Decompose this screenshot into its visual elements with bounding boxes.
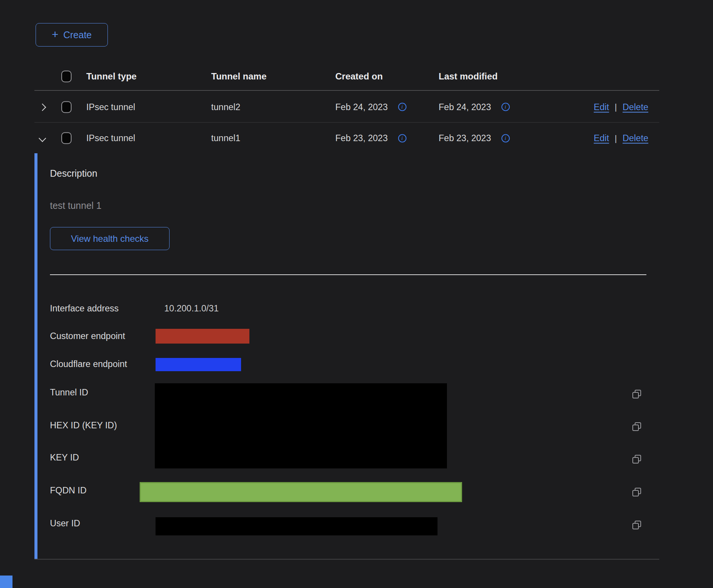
- action-separator: |: [615, 102, 617, 112]
- table-row: IPsec tunnel tunnel1 Feb 23, 2023 i Feb …: [34, 123, 659, 153]
- fqdn-id-redacted-value: [140, 482, 462, 502]
- copy-icon: [631, 454, 643, 465]
- row-checkbox[interactable]: [61, 101, 72, 113]
- row-actions: Edit | Delete: [594, 102, 648, 112]
- edit-link[interactable]: Edit: [594, 133, 609, 143]
- user-id-redacted-value: [156, 517, 437, 535]
- info-icon[interactable]: i: [398, 103, 406, 111]
- collapse-row-button[interactable]: [40, 133, 45, 143]
- create-button[interactable]: + Create: [36, 23, 108, 47]
- last-modified-cell: Feb 24, 2023 i: [439, 102, 510, 112]
- cloudflare-endpoint-label: Cloudflare endpoint: [50, 359, 127, 369]
- tunnel-id-label: Tunnel ID: [50, 387, 88, 398]
- last-modified-value: Feb 23, 2023: [439, 133, 491, 143]
- last-modified-cell: Feb 23, 2023 i: [439, 133, 510, 143]
- bottom-left-blue-square: [0, 576, 12, 588]
- table-row: IPsec tunnel tunnel2 Feb 24, 2023 i Feb …: [34, 92, 659, 123]
- created-on-value: Feb 24, 2023: [335, 102, 388, 112]
- chevron-right-icon: [39, 103, 46, 111]
- action-separator: |: [615, 133, 617, 143]
- customer-endpoint-redacted-value: [156, 329, 249, 344]
- tunnel-name-value: tunnel2: [211, 102, 240, 112]
- last-modified-value: Feb 24, 2023: [439, 102, 491, 112]
- chevron-down-icon: [39, 135, 46, 142]
- view-health-checks-button[interactable]: View health checks: [50, 227, 170, 250]
- key-id-label: KEY ID: [50, 453, 79, 463]
- col-header-last-modified: Last modified: [439, 71, 498, 82]
- tunnel-type-value: IPsec tunnel: [86, 102, 135, 112]
- expanded-panel-accent-bar: [34, 153, 37, 559]
- col-header-tunnel-name: Tunnel name: [211, 71, 266, 82]
- select-all-checkbox[interactable]: [61, 71, 72, 82]
- description-label: Description: [50, 168, 97, 179]
- created-on-value: Feb 23, 2023: [335, 133, 388, 143]
- panel-divider: [50, 274, 646, 275]
- copy-hex-id-button[interactable]: [631, 421, 643, 432]
- col-header-tunnel-type: Tunnel type: [86, 71, 137, 82]
- cloudflare-endpoint-redacted-value: [156, 358, 241, 371]
- plus-icon: +: [52, 29, 59, 40]
- copy-icon: [631, 520, 643, 531]
- tunnel-type-value: IPsec tunnel: [86, 133, 135, 143]
- info-icon[interactable]: i: [501, 134, 510, 142]
- hex-id-label: HEX ID (KEY ID): [50, 420, 117, 431]
- interface-address-label: Interface address: [50, 303, 119, 314]
- delete-link[interactable]: Delete: [623, 102, 648, 112]
- user-id-label: User ID: [50, 518, 80, 529]
- customer-endpoint-label: Customer endpoint: [50, 331, 125, 341]
- created-on-cell: Feb 23, 2023 i: [335, 133, 406, 143]
- create-button-label: Create: [63, 30, 92, 40]
- edit-link[interactable]: Edit: [594, 102, 609, 112]
- row-checkbox[interactable]: [61, 132, 72, 144]
- ipsec-tunnels-page: + Create Tunnel type Tunnel name Created…: [0, 0, 713, 588]
- description-value: test tunnel 1: [50, 200, 101, 211]
- tunnel-name-value: tunnel1: [211, 133, 240, 143]
- copy-icon: [631, 389, 643, 400]
- copy-tunnel-id-button[interactable]: [631, 389, 643, 400]
- expand-row-button[interactable]: [40, 102, 45, 112]
- created-on-cell: Feb 24, 2023 i: [335, 102, 406, 112]
- row-actions: Edit | Delete: [594, 133, 648, 143]
- copy-user-id-button[interactable]: [631, 520, 643, 531]
- fqdn-id-label: FQDN ID: [50, 485, 87, 496]
- info-icon[interactable]: i: [501, 103, 510, 111]
- copy-icon: [631, 421, 643, 432]
- delete-link[interactable]: Delete: [623, 133, 648, 143]
- table-header-row: Tunnel type Tunnel name Created on Last …: [34, 63, 659, 91]
- tunnel-id-redacted-value: [155, 383, 447, 468]
- info-icon[interactable]: i: [398, 134, 406, 142]
- col-header-created-on: Created on: [335, 71, 383, 82]
- table-bottom-divider: [34, 559, 659, 560]
- interface-address-value: 10.200.1.0/31: [164, 303, 219, 314]
- copy-key-id-button[interactable]: [631, 454, 643, 465]
- copy-icon: [631, 487, 643, 498]
- copy-fqdn-id-button[interactable]: [631, 487, 643, 498]
